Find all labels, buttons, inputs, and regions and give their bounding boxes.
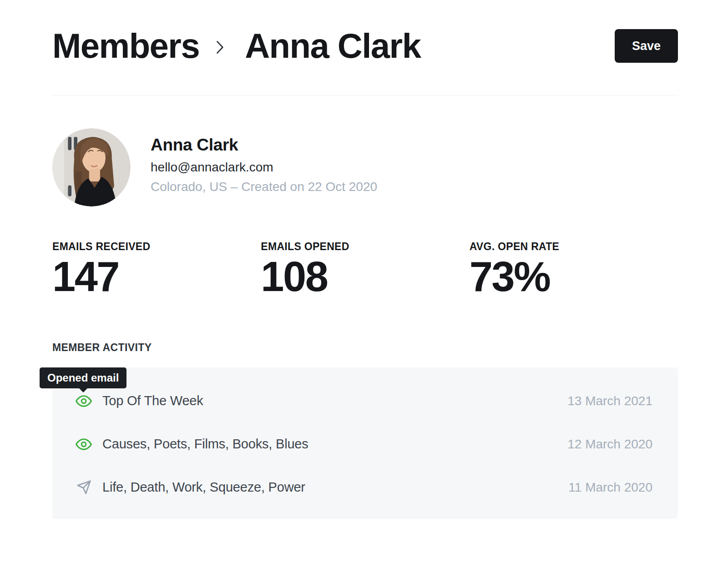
member-detail-page: Members Anna Clark Save — [52, 0, 678, 519]
member-name: Anna Clark — [151, 136, 377, 155]
member-activity-panel: Opened email Top Of The Week 13 March 20… — [52, 367, 678, 519]
stat-emails-opened: EMAILS OPENED 108 — [261, 241, 469, 299]
header-divider — [52, 95, 678, 96]
opened-email-tooltip: Opened email — [40, 367, 126, 388]
member-profile: Anna Clark hello@annaclark.com Colorado,… — [52, 128, 678, 206]
breadcrumb: Members Anna Clark — [52, 28, 420, 64]
avatar — [52, 128, 131, 206]
activity-row[interactable]: Top Of The Week 13 March 2021 — [75, 379, 652, 422]
activity-date: 12 March 2020 — [567, 437, 652, 452]
member-activity-heading: MEMBER ACTIVITY — [52, 341, 678, 354]
stat-value: 147 — [52, 254, 261, 299]
breadcrumb-members-link[interactable]: Members — [52, 28, 199, 64]
activity-date: 13 March 2021 — [567, 394, 652, 408]
activity-date: 11 March 2020 — [568, 480, 652, 495]
stat-label: EMAILS RECEIVED — [52, 241, 261, 252]
breadcrumb-chevron-icon — [211, 33, 228, 59]
activity-title: Top Of The Week — [102, 393, 557, 408]
member-stats: EMAILS RECEIVED 147 EMAILS OPENED 108 AV… — [52, 241, 678, 299]
stat-label: EMAILS OPENED — [261, 241, 469, 252]
opened-email-eye-icon — [75, 436, 92, 453]
stat-emails-received: EMAILS RECEIVED 147 — [52, 241, 261, 299]
sent-email-plane-icon — [75, 479, 92, 496]
stat-label: AVG. OPEN RATE — [470, 241, 678, 252]
stat-value: 73% — [470, 254, 678, 299]
member-location-created: Colorado, US – Created on 22 Oct 2020 — [151, 180, 377, 194]
activity-title: Life, Death, Work, Squeeze, Power — [102, 480, 558, 495]
page-title: Anna Clark — [245, 28, 420, 64]
stat-avg-open-rate: AVG. OPEN RATE 73% — [470, 241, 678, 299]
profile-info: Anna Clark hello@annaclark.com Colorado,… — [151, 128, 377, 206]
activity-title: Causes, Poets, Films, Books, Blues — [102, 437, 557, 452]
activity-row[interactable]: Causes, Poets, Films, Books, Blues 12 Ma… — [75, 422, 652, 466]
stat-value: 108 — [261, 254, 469, 299]
page-header: Members Anna Clark Save — [52, 0, 678, 64]
activity-row[interactable]: Life, Death, Work, Squeeze, Power 11 Mar… — [75, 466, 652, 509]
member-email: hello@annaclark.com — [151, 160, 377, 175]
save-button[interactable]: Save — [615, 29, 678, 63]
